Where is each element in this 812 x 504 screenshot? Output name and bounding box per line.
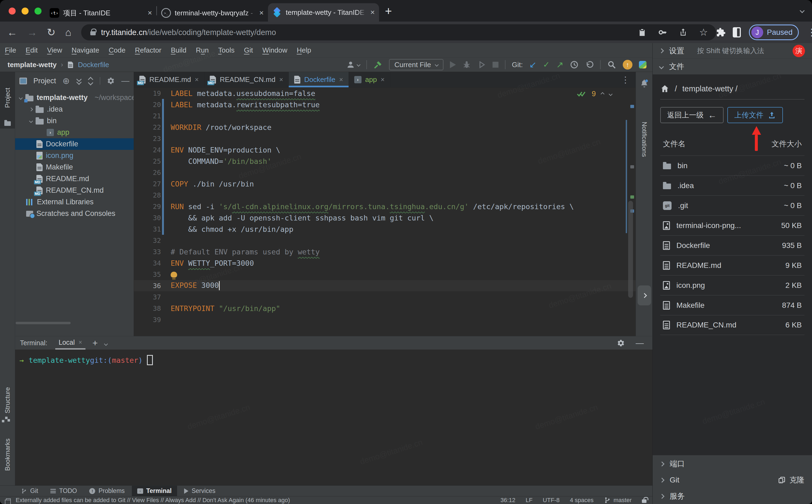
run-with-coverage-icon[interactable] [477, 60, 486, 69]
line-number[interactable]: 25 [134, 157, 161, 165]
hide-panel-minus-icon[interactable]: — [121, 76, 129, 85]
rollback-undo-icon[interactable] [585, 60, 594, 69]
line-number[interactable]: 33 [134, 248, 161, 256]
line-number[interactable]: 38 [134, 305, 161, 312]
tree-item-bin[interactable]: bin [15, 115, 134, 127]
tool-window-button-terminal[interactable]: ›Terminal [132, 486, 177, 496]
expand-all-icon[interactable] [76, 77, 82, 84]
tree-chevron-icon[interactable] [29, 119, 33, 123]
new-terminal-plus-icon[interactable]: + [92, 338, 98, 348]
close-icon[interactable]: × [78, 339, 82, 346]
sidebar-tab-bookmarks[interactable]: Bookmarks [4, 439, 11, 471]
menu-item-git[interactable]: Git [244, 46, 253, 54]
project-settings-gear-icon[interactable] [107, 77, 115, 85]
tree-item-readme-md[interactable]: MDREADME.md [15, 173, 134, 185]
close-icon[interactable]: × [370, 8, 375, 17]
share-icon[interactable] [679, 28, 687, 37]
close-icon[interactable]: × [148, 9, 152, 17]
code-line-35[interactable]: 35 [134, 269, 636, 280]
tree-item-dockerfile[interactable]: Dockerfile [15, 138, 134, 150]
menu-item-run[interactable]: Run [196, 46, 209, 54]
demo-badge[interactable]: 演 [793, 45, 805, 57]
search-everywhere-icon[interactable] [607, 60, 616, 69]
stripe-mark[interactable] [630, 105, 634, 108]
notifications-bell-icon[interactable] [639, 78, 649, 88]
side-panel-icon[interactable] [733, 27, 741, 37]
upload-file-button[interactable]: 上传文件 [727, 107, 783, 123]
menu-item-edit[interactable]: Edit [26, 46, 38, 54]
line-number[interactable]: 35 [134, 271, 161, 278]
new-tab-button[interactable]: + [385, 4, 392, 18]
editor-error-stripe[interactable] [625, 88, 636, 336]
code-line-23[interactable]: 23 [134, 133, 636, 144]
section-端口[interactable]: 端口 [653, 456, 812, 472]
ide-gradient-logo-icon[interactable] [639, 61, 646, 68]
file-row--git[interactable]: git.git~ 0 B [660, 195, 804, 215]
tree-item-makefile[interactable]: Makefile [15, 161, 134, 173]
menu-item-window[interactable]: Window [262, 46, 287, 54]
browser-tab[interactable]: ‹t›项目 - TitanIDE× [45, 4, 156, 22]
build-hammer-icon[interactable] [373, 60, 383, 69]
profile-button[interactable]: J Paused [749, 25, 799, 40]
tree-chevron-icon[interactable] [29, 107, 33, 111]
line-number[interactable]: 36 [134, 282, 161, 290]
file-row-dockerfile[interactable]: Dockerfile935 B [660, 235, 804, 255]
menu-item-refactor[interactable]: Refactor [135, 46, 161, 54]
indent-setting[interactable]: 4 spaces [570, 497, 594, 504]
editor-tab-app[interactable]: ›app× [349, 72, 390, 87]
back-icon[interactable]: ← [7, 27, 17, 37]
close-icon[interactable]: × [339, 76, 343, 84]
caret-position[interactable]: 36:12 [501, 497, 515, 504]
browser-menu-kebab-icon[interactable]: ⋮ [807, 27, 812, 38]
code-line-37[interactable]: 37 [134, 291, 636, 303]
files-section-header[interactable]: 文件 [653, 59, 812, 74]
tree-chevron-icon[interactable] [19, 96, 23, 99]
file-row-readme-md[interactable]: README.md9 KB [660, 255, 804, 275]
tree-item-icon-png[interactable]: icon.png [15, 150, 134, 161]
line-number[interactable]: 24 [134, 146, 161, 154]
stop-icon[interactable] [493, 62, 498, 68]
extensions-puzzle-icon[interactable] [716, 27, 726, 37]
code-line-24[interactable]: 24ENV NODE_ENV=production \ [134, 144, 636, 156]
close-icon[interactable]: × [381, 76, 385, 84]
line-number[interactable]: 32 [134, 237, 161, 244]
expand-right-panel-button[interactable] [638, 285, 651, 305]
breadcrumb-file[interactable]: Dockerfile [78, 61, 109, 69]
line-number[interactable]: 21 [134, 112, 161, 120]
line-number[interactable]: 37 [134, 293, 161, 301]
line-number[interactable]: 39 [134, 316, 161, 324]
terminal-dropdown-chevron-icon[interactable] [105, 339, 107, 347]
code-line-38[interactable]: 38ENTRYPOINT "/usr/bin/app" [134, 303, 636, 314]
tree-item-readme-cn-md[interactable]: MDREADME_CN.md [15, 185, 134, 196]
terminal-settings-gear-icon[interactable] [617, 339, 625, 347]
menu-item-help[interactable]: Help [297, 46, 311, 54]
tool-window-button-todo[interactable]: TODO [45, 486, 82, 496]
locate-file-icon[interactable]: ⊕ [63, 77, 70, 85]
tool-window-button-services[interactable]: Services [179, 486, 221, 496]
tree-item-app[interactable]: ›app [15, 127, 134, 138]
history-clock-icon[interactable] [570, 60, 579, 69]
debug-bug-icon[interactable] [462, 60, 471, 69]
close-window-button[interactable] [9, 8, 16, 15]
git-push-icon[interactable]: ↗ [556, 60, 563, 69]
code-line-28[interactable]: 28 [134, 189, 636, 201]
project-horizontal-scrollbar[interactable] [16, 322, 71, 324]
window-stack-icon[interactable] [6, 498, 11, 502]
clone-button[interactable]: 克隆 [778, 475, 804, 485]
home-icon[interactable]: ⌂ [65, 27, 71, 37]
line-number[interactable]: 31 [134, 225, 161, 233]
clipboard-icon[interactable] [638, 28, 646, 37]
tree-item-template-wetty[interactable]: template-wetty~/workspace [15, 92, 134, 103]
close-icon[interactable]: × [259, 9, 264, 17]
sidebar-tab-notifications[interactable]: Notifications [641, 122, 648, 157]
menu-item-navigate[interactable]: Navigate [72, 46, 99, 54]
code-line-29[interactable]: 29RUN sed -i 's/dl-cdn.alpinelinux.org/m… [134, 201, 636, 212]
reload-icon[interactable]: ↻ [47, 27, 56, 37]
size-column-header[interactable]: 文件大小 [772, 139, 802, 149]
address-bar[interactable]: try.titanide.cn/ide/web/coding/template-… [81, 24, 716, 40]
line-number[interactable]: 34 [134, 259, 161, 267]
go-up-button[interactable]: 返回上一级 ← [660, 107, 724, 123]
tree-item--idea[interactable]: .idea [15, 103, 134, 115]
browser-tab[interactable]: template-wetty - TitanIDE× [268, 3, 379, 22]
line-number[interactable]: 30 [134, 214, 161, 222]
